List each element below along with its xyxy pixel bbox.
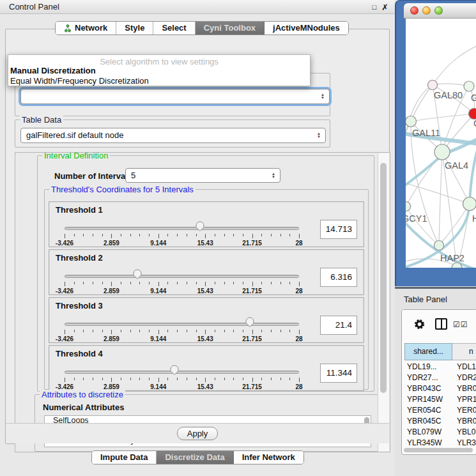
threshold-value-field[interactable]: 11.344 <box>320 364 357 383</box>
cell-name: YLR3 <box>450 438 476 449</box>
slider-tick <box>149 378 150 380</box>
table-row[interactable]: YPR145WYPR1 <box>402 394 476 405</box>
slider-tick <box>65 234 65 238</box>
minimize-traffic-light-icon[interactable] <box>422 6 431 15</box>
cell-name: YDL1 <box>450 362 476 372</box>
slider-tick <box>299 282 300 286</box>
algorithm-option-equal-width[interactable]: Equal Width/Frequency Discretization <box>10 76 149 86</box>
network-node[interactable] <box>428 81 438 90</box>
threshold-value-field[interactable]: 6.316 <box>320 268 357 287</box>
table-row[interactable]: YBL079WYBL0 <box>402 427 476 438</box>
slider-tick <box>233 330 234 332</box>
slider-tick <box>299 234 300 238</box>
panel-scrollbar-thumb[interactable] <box>380 163 387 393</box>
tab-impute-data[interactable]: Impute Data <box>92 451 157 464</box>
cyni-toolbox-panel: Discretization Algorithm ▲▼ Table Data g… <box>5 29 390 444</box>
threshold-slider[interactable]: -3.4262.8599.14415.4321.71528 <box>65 219 299 247</box>
split-columns-icon[interactable] <box>435 318 447 330</box>
network-node[interactable] <box>434 144 450 160</box>
slider-tick <box>215 378 215 380</box>
table-data-combo[interactable]: galFiltered.sif default node ▲▼ <box>20 128 326 143</box>
threshold-label: Threshold 3 <box>56 301 103 311</box>
slider-tick <box>93 330 93 332</box>
algorithm-option-manual[interactable]: Manual Discretization <box>10 66 96 75</box>
network-canvas[interactable]: GAL80GACGAL11GAL4GCY1HHAP2 <box>406 19 476 268</box>
table-hscrollbar-thumb[interactable] <box>404 448 473 452</box>
table-row[interactable]: YER054CYER0 <box>402 405 476 416</box>
panel-splitter[interactable] <box>395 287 476 289</box>
float-icon[interactable]: □ <box>372 4 376 11</box>
close-icon[interactable]: ✗ <box>381 3 388 12</box>
algorithm-combo[interactable]: ▲▼ <box>20 89 330 104</box>
network-node[interactable] <box>406 202 411 211</box>
slider-tick <box>130 378 131 380</box>
slider-tick <box>83 330 84 332</box>
slider-track[interactable] <box>65 275 299 278</box>
threshold-value-field[interactable]: 14.713 <box>320 220 357 239</box>
tab-cyni-toolbox[interactable]: Cyni Toolbox <box>196 22 265 35</box>
cell-name: YBR0 <box>450 416 476 427</box>
tab-jactivemnodules[interactable]: jActiveMNodules <box>265 22 348 35</box>
table-row[interactable]: YBR045CYBR0 <box>402 416 476 427</box>
threshold-slider[interactable]: -3.4262.8599.14415.4321.71528 <box>65 266 299 295</box>
threshold-slider[interactable]: -3.4262.8599.14415.4321.71528 <box>65 362 299 390</box>
slider-tick-label: 15.43 <box>197 335 213 342</box>
tab-discretize-data[interactable]: Discretize Data <box>157 451 233 464</box>
network-node[interactable] <box>469 109 476 119</box>
slider-thumb[interactable] <box>195 220 204 232</box>
network-window-titlebar[interactable] <box>404 3 476 19</box>
table-row[interactable]: YLR345WYLR3 <box>402 438 476 449</box>
slider-track[interactable] <box>65 323 299 326</box>
table-row[interactable]: YBR043CYBR0 <box>402 383 476 394</box>
slider-track[interactable] <box>65 227 299 230</box>
threshold-slider[interactable]: -3.4262.8599.14415.4321.71528 <box>65 314 299 342</box>
slider-tick <box>158 282 159 286</box>
slider-tick <box>149 282 150 284</box>
slider-track[interactable] <box>65 371 299 374</box>
column-header-shared-name[interactable]: shared... <box>404 343 452 360</box>
gear-icon[interactable] <box>413 318 426 330</box>
network-node-label: GAL11 <box>412 128 440 138</box>
table-row[interactable]: YDL19...YDL1 <box>402 362 476 372</box>
table-row[interactable]: YDR27...YDR2 <box>402 372 476 383</box>
combo-arrows-icon: ▲▼ <box>317 132 321 139</box>
table-hscrollbar[interactable] <box>404 448 475 453</box>
threshold-value-field[interactable]: 21.4 <box>320 316 357 335</box>
slider-thumb[interactable] <box>132 268 142 280</box>
column-header-name[interactable]: n <box>452 343 476 360</box>
slider-tick <box>187 282 187 284</box>
slider-tick <box>139 330 140 332</box>
slider-tick <box>243 234 243 236</box>
checkboxes-icon[interactable]: ☑☑ <box>453 320 468 329</box>
tab-infer-network[interactable]: Infer Network <box>234 451 303 464</box>
tab-style[interactable]: Style <box>116 22 153 35</box>
network-node[interactable] <box>406 116 417 127</box>
tab-select[interactable]: Select <box>153 22 195 35</box>
right-column: GAL80GACGAL11GAL4GCY1HHAP2 Table Panel ☑… <box>395 0 476 476</box>
threshold-label: Threshold 4 <box>56 349 103 358</box>
network-node[interactable] <box>464 81 474 91</box>
tab-network[interactable]: Network <box>56 22 116 35</box>
network-view-window[interactable]: GAL80GACGAL11GAL4GCY1HHAP2 <box>395 0 476 286</box>
slider-tick <box>261 234 262 236</box>
zoom-traffic-light-icon[interactable] <box>434 6 443 15</box>
slider-tick <box>261 378 262 380</box>
slider-thumb[interactable] <box>170 364 180 376</box>
panel-scrollbar[interactable] <box>378 153 389 451</box>
slider-tick-label: 2.859 <box>104 240 119 247</box>
slider-tick <box>280 282 281 284</box>
close-traffic-light-icon[interactable] <box>410 6 418 15</box>
slider-tick <box>177 282 178 284</box>
slider-tick-label: 28 <box>295 288 302 295</box>
slider-tick <box>261 282 262 284</box>
network-node[interactable] <box>434 241 444 250</box>
apply-button[interactable]: Apply <box>177 427 218 440</box>
slider-thumb[interactable] <box>245 316 254 328</box>
slider-tick <box>139 378 140 380</box>
network-node[interactable] <box>463 197 476 211</box>
slider-tick <box>280 378 281 380</box>
slider-tick-label: 2.859 <box>104 335 119 342</box>
slider-tick-label: -3.426 <box>56 335 73 342</box>
threshold-label: Threshold 2 <box>56 253 103 263</box>
number-of-intervals-spinner[interactable]: 5 ▲▼ <box>125 168 280 183</box>
